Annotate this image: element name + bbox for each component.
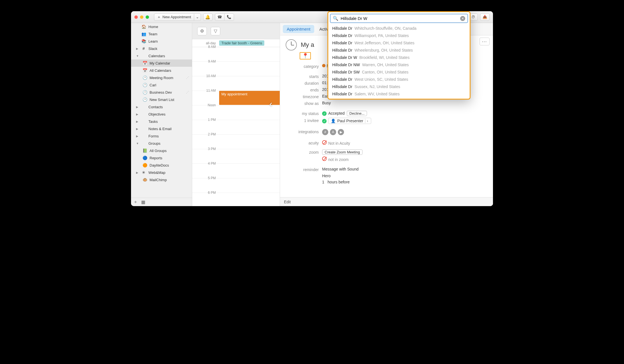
check-icon: ✓ [322, 119, 327, 123]
sidebar-item-calendars[interactable]: ▼Calendars [131, 52, 192, 59]
search-result[interactable]: Hillsdale Dr WBrookfield, WI, United Sta… [328, 54, 470, 61]
time-label: 8 AM [192, 45, 219, 49]
label-mystatus: my status [286, 111, 322, 116]
maximize-window-button[interactable] [146, 15, 149, 19]
add-icon[interactable]: ＋ [133, 199, 138, 205]
sidebar-item-objectives[interactable]: ▶Objectives [131, 110, 192, 118]
allday-event[interactable]: Trade fair booth - Greens [219, 40, 264, 46]
search-results[interactable]: Hillsdale DrWhitchurch-Stouffville, ON, … [328, 25, 470, 99]
filter-button[interactable]: ▽ [211, 27, 220, 35]
sidebar-item-web-map[interactable]: ▶✳Web&Map [131, 169, 192, 176]
acuity-value: Not in Acuity [328, 141, 350, 146]
new-appointment-button[interactable]: ＋New Appointment [154, 13, 194, 21]
invitee-chip[interactable]: 👤Paul Presenter› [328, 118, 371, 124]
chevron-left-icon[interactable]: ‹ [269, 99, 272, 109]
new-appointment-group: ＋New Appointment ⌄ [154, 13, 201, 21]
result-sub: Salem, WV, United States [355, 92, 400, 96]
close-window-button[interactable] [134, 15, 138, 19]
search-result[interactable]: Hillsdale DrWhitchurch-Stouffville, ON, … [328, 25, 470, 32]
sidebar-item-contacts[interactable]: ▶Contacts [131, 103, 192, 110]
sidebar-item-meeting-room[interactable]: 🕐Meeting Room⋰ [131, 74, 192, 81]
sidebar-icon: 🕐 [142, 75, 147, 80]
sidebar-item-slack[interactable]: ▶#Slack [131, 45, 192, 52]
result-sub: West Union, SC, United States [355, 77, 408, 82]
settings-gear-button[interactable]: ⚙ [197, 27, 207, 35]
tab-appointment[interactable]: Appointment [283, 25, 314, 33]
sidebar-label: All Groups [150, 149, 167, 153]
sidebar-item-learn[interactable]: 📚Learn [131, 38, 192, 45]
search-result[interactable]: Hillsdale DrSalem, WV, United States [328, 90, 470, 98]
search-result[interactable]: Hillsdale Dr SWCanton, OH, United States [328, 68, 470, 76]
sidebar-item-groups[interactable]: ▼Groups [131, 140, 192, 147]
sidebar-icon: ✳ [141, 170, 146, 175]
location-search-input[interactable] [340, 15, 460, 21]
minimize-window-button[interactable] [140, 15, 143, 19]
search-result[interactable]: Hillsdale DrWest Union, SC, United State… [328, 76, 470, 83]
sidebar-item-mailchimp[interactable]: 🐵MailChimp [131, 176, 192, 183]
sidebar-item-new-smart-list[interactable]: 🕐New Smart List [131, 96, 192, 103]
sidebar-label: Home [148, 25, 158, 29]
sidebar-item-tasks[interactable]: ▶Tasks [131, 118, 192, 125]
detail-footer[interactable]: Edit [280, 197, 493, 206]
chevron-icon: ▶ [136, 135, 139, 138]
time-label: 6 PM [192, 191, 219, 195]
sidebar-item-daylitedocs[interactable]: 🟠DayliteDocs [131, 162, 192, 169]
reminder-line1: Message with Sound [322, 167, 487, 171]
search-icon: 🔍 [333, 16, 338, 21]
time-label: 3 PM [192, 147, 219, 151]
clock-icon [286, 39, 297, 50]
search-result[interactable]: Hillsdale DrWilliamsport, PA, United Sta… [328, 32, 470, 39]
acuity-int-icon[interactable]: A [330, 129, 336, 135]
search-result[interactable]: Hillsdale DrSussex, NJ, United States [328, 83, 470, 90]
result-main: Hillsdale Dr NW [332, 63, 360, 67]
check-icon: ✓ [322, 111, 327, 116]
sidebar-item-my-calendar[interactable]: 📅My Calendar [131, 59, 192, 67]
search-result[interactable]: Hillsdale DrWest Jefferson, OH, United S… [328, 39, 470, 47]
label-category: category [286, 64, 322, 69]
result-sub: Williamsport, PA, United States [355, 33, 409, 38]
sidebar-item-home[interactable]: 🏠Home [131, 23, 192, 30]
sidebar-item-forms[interactable]: ▶Forms [131, 132, 192, 140]
time-label: 1 PM [192, 118, 219, 122]
location-pin-icon[interactable]: 📍 [300, 52, 311, 59]
sidebar-item-business-dev[interactable]: 🕐Business Dev⋰ [131, 89, 192, 96]
sidebar-item-all-groups[interactable]: 📗All Groups [131, 147, 192, 154]
sidebar-label: Notes & Email [148, 127, 171, 131]
decline-button[interactable]: Decline... [347, 111, 367, 116]
sidebar-scroll[interactable]: 🏠Home👥Team📚Learn▶#Slack▼Calendars📅My Cal… [131, 23, 192, 198]
clear-search-button[interactable]: ✕ [460, 16, 465, 21]
time-label: 9 AM [192, 59, 219, 63]
slack-int-icon[interactable]: # [322, 129, 328, 135]
chevron-icon: ▶ [136, 127, 139, 130]
chevron-right-icon[interactable]: › [365, 119, 370, 123]
create-zoom-button[interactable]: Create Zoom Meeting [322, 149, 363, 155]
label-reminder: reminder [286, 167, 322, 172]
sidebar-icon [141, 141, 146, 146]
result-sub: Canton, OH, United States [362, 70, 409, 74]
sidebar-item-reports[interactable]: 🔵Reports [131, 154, 192, 162]
hangup-button[interactable]: ☎ [215, 13, 224, 21]
sidebar-item-all-calendars[interactable]: 📅All Calendars [131, 67, 192, 74]
search-result[interactable]: Hillsdale Dr NWWarren, OH, United States [328, 61, 470, 68]
inbox-button[interactable]: 📥 [480, 13, 490, 21]
time-label: 11 AM [192, 89, 219, 93]
sidebar-label: Groups [148, 141, 160, 146]
sidebar-item-notes-email[interactable]: ▶Notes & Email [131, 125, 192, 132]
sidebar-icon [141, 133, 146, 139]
search-result[interactable]: Hillsdale DrWheelersburg, OH, United Sta… [328, 47, 470, 54]
sidebar-label: Meeting Room [150, 76, 173, 80]
sidebar-item-team[interactable]: 👥Team [131, 30, 192, 38]
notifications-button[interactable]: 🔔 [203, 13, 213, 21]
sidebar-item-carl[interactable]: 🕐Carl [131, 81, 192, 89]
app-window: ＋New Appointment ⌄ 🔔 ☎ 📞 ⟲ 📅 ⏱ 📥 🏠Home👥T… [131, 11, 493, 206]
zoom-int-icon[interactable]: ▶ [338, 129, 344, 135]
sidebar-label: All Calendars [150, 68, 171, 73]
new-appointment-dropdown[interactable]: ⌄ [194, 13, 201, 21]
result-main: Hillsdale Dr [332, 92, 352, 96]
location-search-overlay: 🔍 ✕ Hillsdale DrWhitchurch-Stouffville, … [327, 11, 471, 100]
appointment-title: My a [301, 41, 314, 49]
call-button[interactable]: 📞 [224, 13, 234, 21]
grid-icon[interactable]: ▦ [141, 199, 145, 205]
sidebar-icon [141, 53, 146, 58]
label-zoom: zoom [286, 149, 322, 155]
